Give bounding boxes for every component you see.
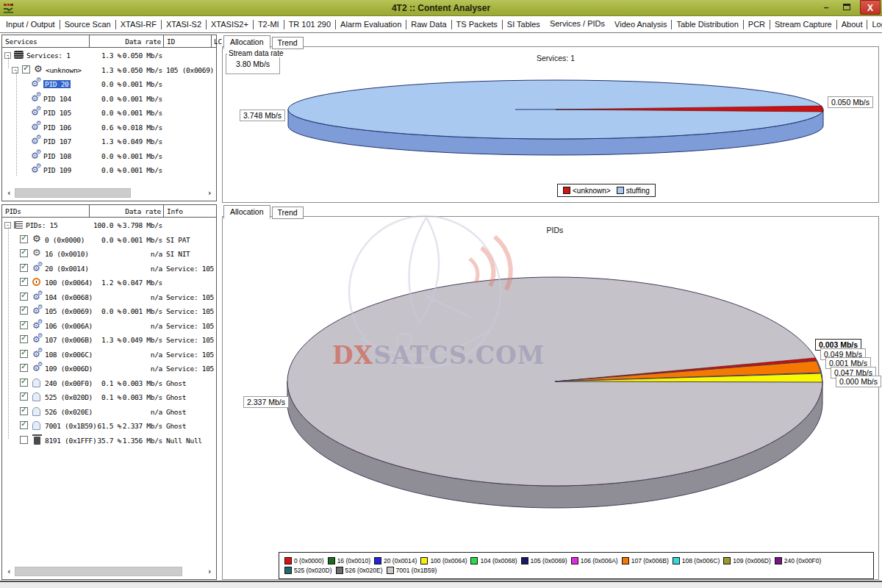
tree-checkbox[interactable] <box>20 293 28 301</box>
scroll-left-icon[interactable]: ‹ <box>4 187 13 198</box>
menu-tab-services-pids[interactable]: Services / PIDs <box>545 19 609 28</box>
tree-item-label[interactable]: Services: 1 <box>26 51 71 60</box>
menu-tab-ts-packets[interactable]: TS Packets <box>452 20 502 29</box>
tree-item-label[interactable]: PIDs: 15 <box>26 221 57 229</box>
tree-item-label[interactable]: 20 (0x0014) <box>45 265 89 273</box>
tree-item-label[interactable]: 108 (0x006C) <box>45 351 93 359</box>
pid-tree-row[interactable]: -PIDs: 15100.0 %3.798 Mb/s <box>2 218 216 232</box>
tab-allocation[interactable]: Allocation <box>223 35 270 49</box>
pid-tree-row[interactable]: 526 (0x020E)n/aGhost <box>2 405 216 419</box>
scroll-right-icon[interactable]: › <box>205 187 214 198</box>
col-id[interactable]: ID <box>167 37 175 46</box>
tab-trend[interactable]: Trend <box>272 37 304 49</box>
pid-tree-row[interactable]: 105 (0x0069)0.0 %0.001 Mb/sService: 105 … <box>2 304 216 318</box>
tree-item-label[interactable]: 0 (0x0000) <box>45 236 85 244</box>
tree-item-label[interactable]: PID 20 <box>43 80 71 88</box>
tree-item-label[interactable]: PID 105 <box>43 109 71 117</box>
tree-checkbox[interactable] <box>20 278 28 286</box>
tree-checkbox[interactable] <box>20 392 28 401</box>
pid-tree-row[interactable]: 108 (0x006C)n/aService: 105 (0x <box>2 348 216 362</box>
tree-checkbox[interactable] <box>20 335 28 343</box>
scroll-right-icon[interactable]: › <box>205 566 214 577</box>
tree-item-label[interactable]: 109 (0x006D) <box>45 365 93 373</box>
tree-checkbox[interactable] <box>20 306 28 315</box>
col-data-rate[interactable]: Data rate <box>90 207 161 215</box>
tree-checkbox[interactable] <box>20 350 28 358</box>
tree-checkbox[interactable] <box>20 421 28 429</box>
menu-tab-table-distribution[interactable]: Table Distribution <box>672 20 742 29</box>
tree-item-label[interactable]: PID 106 <box>43 123 71 132</box>
pids-hscrollbar[interactable]: ‹ › <box>4 566 214 577</box>
pid-tree-row[interactable]: 107 (0x006B)1.3 %0.049 Mb/sService: 105 … <box>2 333 216 347</box>
menu-tab-si-tables[interactable]: SI Tables <box>503 20 545 29</box>
service-tree-row[interactable]: PID 1060.6 %0.018 Mb/s <box>2 121 216 135</box>
menu-tab-alarm-evaluation[interactable]: Alarm Evaluation <box>336 20 406 29</box>
col-lc[interactable]: LC <box>214 37 222 46</box>
scroll-thumb[interactable] <box>15 567 182 576</box>
tree-item-label[interactable]: 106 (0x006A) <box>45 322 93 330</box>
service-tree-row[interactable]: PID 1040.0 %0.001 Mb/s <box>2 92 216 106</box>
tree-checkbox[interactable] <box>20 264 28 272</box>
tree-item-label[interactable]: PID 104 <box>43 95 71 103</box>
col-services[interactable]: Services <box>5 37 37 46</box>
tree-item-label[interactable]: <unknown> <box>46 66 82 74</box>
menu-tab-raw-data[interactable]: Raw Data <box>406 20 451 29</box>
tree-item-label[interactable]: 526 (0x020E) <box>45 408 93 416</box>
tree-checkbox[interactable] <box>20 364 28 372</box>
tree-checkbox[interactable] <box>22 65 30 74</box>
service-tree-row[interactable]: PID 1050.0 %0.001 Mb/s <box>2 106 216 120</box>
tree-checkbox[interactable] <box>20 321 28 329</box>
menu-tab-log[interactable]: Log <box>867 20 882 29</box>
menu-tab-t2-mi[interactable]: T2-MI <box>254 20 284 29</box>
pid-tree-row[interactable]: 20 (0x0014)n/aService: 105 (0x <box>2 262 216 276</box>
tree-checkbox[interactable] <box>20 407 28 415</box>
tree-checkbox[interactable] <box>20 249 28 257</box>
menu-tab-input-output[interactable]: Input / Output <box>1 20 60 29</box>
tree-expander-icon[interactable]: - <box>12 67 18 74</box>
menu-tab-xtasi-s2[interactable]: XTASI-S2 <box>162 20 206 29</box>
menu-tab-pcr[interactable]: PCR <box>744 20 770 29</box>
tab-allocation[interactable]: Allocation <box>223 205 270 219</box>
col-data-rate[interactable]: Data rate <box>90 37 161 46</box>
menu-tab-video-analysis[interactable]: Video Analysis <box>610 20 671 29</box>
pid-tree-row[interactable]: 240 (0x00F0)0.1 %0.003 Mb/sGhost <box>2 376 216 390</box>
tab-trend[interactable]: Trend <box>272 207 304 219</box>
service-tree-row[interactable]: PID 1090.0 %0.001 Mb/s <box>2 163 216 177</box>
maximize-button[interactable] <box>838 0 856 15</box>
service-tree-row[interactable]: PID 200.0 %0.001 Mb/s <box>2 77 216 91</box>
scroll-thumb[interactable] <box>15 188 131 198</box>
services-hscrollbar[interactable]: ‹ › <box>4 187 214 198</box>
pid-tree-row[interactable]: 100 (0x0064)1.2 %0.047 Mb/s <box>2 276 216 290</box>
tree-item-label[interactable]: PID 107 <box>43 137 71 146</box>
pid-tree-row[interactable]: 0 (0x0000)0.0 %0.001 Mb/sSI PAT <box>2 233 216 247</box>
pid-tree-row[interactable]: 106 (0x006A)n/aService: 105 (0x <box>2 319 216 333</box>
col-info[interactable]: Info <box>167 207 183 215</box>
tree-checkbox[interactable] <box>20 235 28 243</box>
service-tree-row[interactable]: -Services: 11.3 %0.050 Mb/s <box>2 49 216 62</box>
menu-tab-tr-101-290[interactable]: TR 101 290 <box>284 20 335 29</box>
menu-tab-xtasis2[interactable]: XTASIS2+ <box>207 20 253 29</box>
scroll-left-icon[interactable]: ‹ <box>4 566 13 577</box>
pid-tree-row[interactable]: 8191 (0x1FFF)35.7 %1.356 Mb/sNull Null <box>2 434 216 448</box>
tree-checkbox[interactable] <box>20 436 28 444</box>
menu-tab-source-scan[interactable]: Source Scan <box>60 20 115 29</box>
menu-tab-about[interactable]: About <box>837 20 867 29</box>
tree-item-label[interactable]: PID 109 <box>43 166 71 174</box>
minimize-button[interactable]: – <box>817 0 835 15</box>
service-tree-row[interactable]: -<unknown>1.3 %0.050 Mb/s105 (0x0069) <box>2 63 216 77</box>
tree-item-label[interactable]: PID 108 <box>43 152 71 160</box>
tree-checkbox[interactable] <box>20 379 28 387</box>
pid-tree-row[interactable]: 7001 (0x1B59)61.5 %2.337 Mb/sGhost <box>2 419 216 433</box>
pid-tree-row[interactable]: 525 (0x020D)0.1 %0.003 Mb/sGhost <box>2 390 216 404</box>
menu-tab-stream-capture[interactable]: Stream Capture <box>770 20 836 29</box>
close-button[interactable]: X <box>860 0 881 15</box>
service-tree-row[interactable]: PID 1080.0 %0.001 Mb/s <box>2 149 216 163</box>
pid-tree-row[interactable]: 109 (0x006D)n/aService: 105 (0x <box>2 362 216 376</box>
service-tree-row[interactable]: PID 1071.3 %0.049 Mb/s <box>2 135 216 148</box>
menu-tab-xtasi-rf[interactable]: XTASI-RF <box>116 20 161 29</box>
pid-tree-row[interactable]: 16 (0x0010)n/aSI NIT <box>2 247 216 261</box>
col-pids[interactable]: PIDs <box>5 207 21 215</box>
tree-item-label[interactable]: 104 (0x0068) <box>45 293 93 301</box>
tree-item-label[interactable]: 16 (0x0010) <box>45 250 89 258</box>
pid-tree-row[interactable]: 104 (0x0068)n/aService: 105 (0x <box>2 290 216 304</box>
